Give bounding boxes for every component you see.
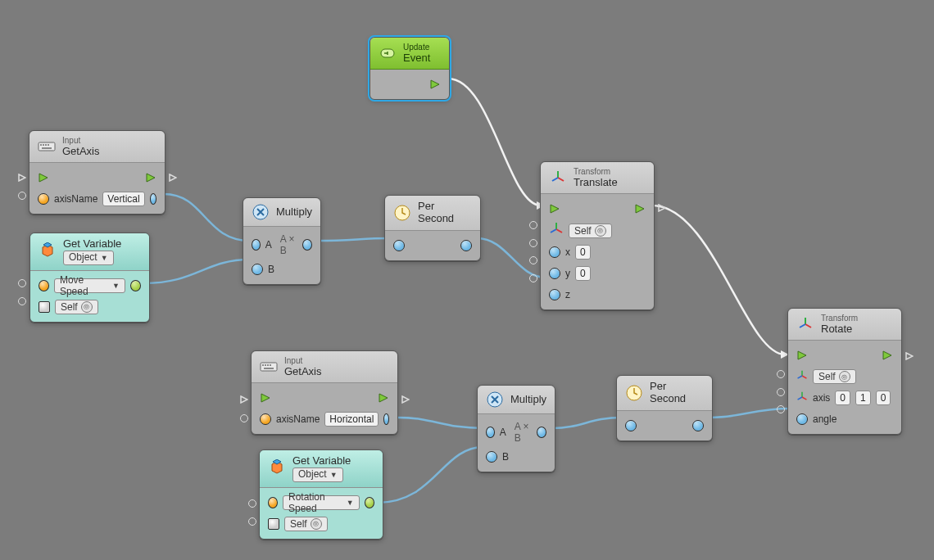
variable-name-dropdown[interactable]: Move Speed▼ [54, 278, 125, 293]
result-port[interactable] [302, 239, 312, 251]
axis-y-field[interactable]: 1 [855, 391, 871, 405]
node-input-getaxis-horizontal[interactable]: InputGetAxis axisNameHorizontal [251, 350, 398, 435]
target-dropdown[interactable]: Self◎ [569, 224, 612, 238]
event-icon [379, 44, 397, 62]
value-out-port[interactable] [365, 497, 374, 508]
target-dropdown[interactable]: Self◎ [55, 300, 98, 314]
external-flow-in [240, 395, 248, 403]
external-flow-out [401, 395, 410, 403]
node-transform-rotate[interactable]: TransformRotate Self◎ axis010 angle [787, 308, 902, 435]
target-dropdown[interactable]: Self◎ [284, 517, 328, 531]
param-label: axisName [276, 413, 320, 425]
node-header: Get VariableObject▼ [260, 450, 383, 488]
keyboard-icon [38, 138, 56, 156]
scope-label: Object [298, 469, 327, 481]
node-title: Per Second [418, 201, 472, 225]
x-port[interactable] [549, 246, 560, 258]
flow-out-port[interactable] [145, 172, 156, 183]
input-port[interactable] [260, 413, 271, 425]
node-multiply-1[interactable]: Multiply AA × B B [243, 197, 321, 285]
flow-out-port[interactable] [378, 392, 389, 404]
node-title: Get Variable [292, 455, 351, 467]
node-per-second-2[interactable]: Per Second [616, 375, 713, 441]
axisname-field[interactable]: Vertical [102, 192, 144, 206]
node-multiply-2[interactable]: Multiply AA × B B [477, 385, 555, 472]
b-label: B [268, 264, 274, 275]
node-update-event[interactable]: Update Event [370, 37, 450, 100]
name-port[interactable] [39, 280, 49, 291]
svg-rect-22 [262, 364, 264, 366]
param-label: axisName [54, 193, 97, 205]
external-port [248, 517, 256, 526]
flow-in-port[interactable] [38, 172, 49, 183]
node-per-second-1[interactable]: Per Second [384, 195, 481, 261]
node-get-variable-rotationspeed[interactable]: Get VariableObject▼ Rotation Speed▼ Self… [259, 449, 383, 540]
svg-marker-18 [551, 205, 559, 213]
target-dropdown[interactable]: Self◎ [813, 369, 856, 384]
variable-name-dropdown[interactable]: Rotation Speed▼ [283, 495, 360, 510]
out-port[interactable] [460, 240, 472, 251]
flow-in-port[interactable] [260, 392, 271, 404]
y-field[interactable]: 0 [575, 266, 591, 281]
a-label: A [500, 427, 506, 438]
svg-marker-20 [659, 205, 665, 211]
axisname-field[interactable]: Horizontal [324, 412, 379, 427]
node-header: TransformTranslate [541, 162, 654, 194]
external-flow-in [18, 173, 26, 181]
value-out-port[interactable] [130, 280, 141, 291]
output-port[interactable] [383, 413, 389, 425]
transform-icon [549, 169, 567, 187]
svg-marker-36 [883, 351, 891, 359]
flow-in-port[interactable] [549, 203, 560, 215]
variable-icon [39, 242, 57, 260]
node-get-variable-movespeed[interactable]: Get Variable Object▼ Move Speed▼ Self◎ [29, 233, 150, 323]
target-label: Self [818, 371, 836, 382]
svg-rect-6 [43, 144, 44, 146]
x-field[interactable]: 0 [575, 245, 591, 260]
node-super: Input [62, 136, 100, 146]
out-port[interactable] [692, 420, 704, 431]
input-port[interactable] [38, 193, 49, 205]
name-port[interactable] [268, 497, 278, 508]
target-port[interactable] [268, 518, 279, 530]
visual-scripting-canvas[interactable]: { "nodes": { "update": { "super": "Updat… [0, 0, 934, 560]
y-port[interactable] [549, 268, 560, 279]
svg-marker-37 [906, 353, 913, 359]
a-port[interactable] [486, 427, 495, 438]
svg-marker-10 [39, 174, 48, 182]
flow-out-port[interactable] [634, 203, 646, 215]
b-port[interactable] [252, 264, 263, 275]
target-picker-icon: ◎ [595, 225, 606, 237]
in-port[interactable] [393, 240, 405, 251]
target-port[interactable] [39, 301, 50, 313]
z-port[interactable] [549, 289, 560, 300]
svg-rect-26 [264, 368, 274, 369]
target-label: Self [290, 518, 307, 530]
in-port[interactable] [625, 420, 637, 431]
node-input-getaxis-vertical[interactable]: Input GetAxis axisName Vertical [29, 130, 165, 215]
target-label: Self [61, 301, 78, 313]
axis-x-field[interactable]: 0 [835, 391, 850, 405]
axis-label: axis [813, 392, 830, 404]
external-port [529, 239, 537, 247]
variable-name-label: Move Speed [60, 274, 109, 297]
scope-dropdown[interactable]: Object▼ [63, 251, 114, 265]
axis-z-field[interactable]: 0 [876, 391, 891, 405]
output-port[interactable] [150, 193, 156, 205]
variable-icon [268, 459, 286, 477]
flow-in-port[interactable] [796, 350, 808, 361]
chevron-down-icon: ▼ [101, 254, 108, 262]
b-port[interactable] [486, 451, 497, 463]
flow-out-port[interactable] [882, 350, 893, 361]
flow-out-port[interactable] [429, 79, 441, 90]
transform-icon [796, 370, 808, 384]
external-port [248, 499, 256, 508]
a-port[interactable] [252, 239, 261, 251]
transform-icon [796, 315, 814, 333]
angle-port[interactable] [796, 413, 808, 425]
external-data-in [18, 192, 26, 200]
node-subtitle: Event [403, 52, 430, 65]
scope-dropdown[interactable]: Object▼ [292, 467, 343, 482]
node-transform-translate[interactable]: TransformTranslate Self◎ x0 y0 z [540, 161, 655, 310]
result-port[interactable] [537, 427, 546, 438]
